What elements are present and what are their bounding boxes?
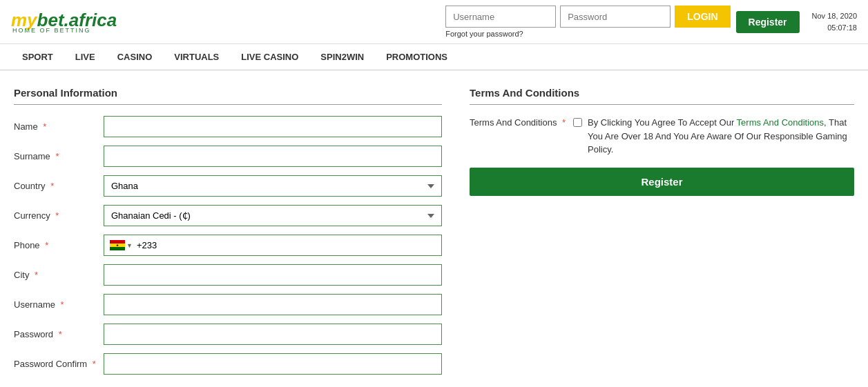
- datetime: Nov 18, 2020 05:07:18: [812, 10, 857, 33]
- password-confirm-row: Password Confirm *: [14, 353, 442, 375]
- city-input[interactable]: [104, 264, 442, 286]
- phone-flag[interactable]: ▼: [110, 240, 133, 250]
- logo: mybet.africa HOME OF BETTING: [11, 10, 117, 34]
- currency-row: Currency * Ghanaian Cedi - (₵) Nigerian …: [14, 205, 442, 226]
- nav-item-live-casino[interactable]: LIVE CASINO: [230, 45, 309, 69]
- city-required: *: [35, 270, 38, 280]
- name-label: Name *: [14, 121, 104, 132]
- country-required: *: [50, 181, 54, 191]
- currency-label: Currency *: [14, 210, 104, 221]
- name-input[interactable]: [104, 116, 442, 137]
- nav-item-virtuals[interactable]: VIRTUALS: [163, 45, 230, 69]
- date-display: Nov 18, 2020: [812, 10, 857, 22]
- header-fields: LOGIN: [445, 6, 730, 28]
- password-confirm-required: *: [93, 359, 96, 369]
- terms-divider: [470, 104, 854, 105]
- currency-select[interactable]: Ghanaian Cedi - (₵) Nigerian Naira - (₦): [104, 205, 442, 226]
- terms-section-title: Terms And Conditions: [470, 87, 854, 99]
- name-row: Name *: [14, 116, 442, 137]
- phone-flag-chevron: ▼: [126, 242, 133, 249]
- forgot-password-link[interactable]: Forgot your password?: [445, 30, 523, 38]
- username-header-input[interactable]: [445, 6, 556, 28]
- phone-row: Phone * ▼: [14, 235, 442, 256]
- surname-required: *: [55, 151, 59, 161]
- terms-text: By Clicking You Agree To Accept Our Term…: [588, 116, 854, 157]
- nav-item-spin2win[interactable]: SPIN2WIN: [309, 45, 375, 69]
- password-label: Password *: [14, 329, 104, 339]
- username-label: Username *: [14, 299, 104, 310]
- main-content: Personal Information Name * Surname * Co…: [0, 70, 868, 387]
- terms-link[interactable]: Terms And Conditions: [737, 117, 824, 128]
- surname-label: Surname *: [14, 151, 104, 161]
- phone-label: Phone *: [14, 240, 104, 250]
- terms-checkbox-area: By Clicking You Agree To Accept Our Term…: [573, 116, 854, 157]
- password-row: Password *: [14, 324, 442, 345]
- nav-item-sport[interactable]: SPORT: [11, 45, 64, 69]
- city-label: City *: [14, 270, 104, 280]
- header: mybet.africa HOME OF BETTING LOGIN Forgo…: [0, 0, 868, 44]
- personal-section-title: Personal Information: [14, 87, 442, 99]
- personal-divider: [14, 104, 442, 105]
- svg-rect-2: [110, 247, 125, 250]
- nav: SPORT LIVE CASINO VIRTUALS LIVE CASINO S…: [0, 44, 868, 70]
- country-row: Country * Ghana Nigeria Kenya: [14, 175, 442, 197]
- country-select[interactable]: Ghana Nigeria Kenya: [104, 175, 442, 197]
- username-required: *: [61, 299, 64, 310]
- password-header-input[interactable]: [560, 6, 671, 28]
- country-label: Country *: [14, 181, 104, 191]
- password-confirm-input[interactable]: [104, 353, 442, 375]
- password-required: *: [59, 329, 62, 339]
- surname-input[interactable]: [104, 146, 442, 167]
- nav-item-casino[interactable]: CASINO: [106, 45, 164, 69]
- city-row: City *: [14, 264, 442, 286]
- header-right: LOGIN Forgot your password? Register Nov…: [445, 6, 857, 38]
- terms-section: Terms And Conditions Terms And Condition…: [470, 87, 854, 383]
- phone-input[interactable]: [137, 235, 436, 255]
- name-required: *: [43, 121, 46, 132]
- currency-required: *: [55, 210, 59, 221]
- register-main-button[interactable]: Register: [470, 168, 854, 196]
- phone-wrapper: ▼: [104, 235, 442, 256]
- header-inputs: LOGIN Forgot your password?: [445, 6, 730, 38]
- svg-rect-0: [110, 240, 125, 244]
- ghana-flag-icon: [110, 240, 125, 250]
- terms-label-row: Terms And Conditions * By Clicking You A…: [470, 116, 854, 157]
- nav-item-live[interactable]: LIVE: [64, 45, 106, 69]
- login-button[interactable]: LOGIN: [675, 6, 730, 28]
- terms-checkbox[interactable]: [573, 118, 582, 127]
- personal-section: Personal Information Name * Surname * Co…: [14, 87, 442, 383]
- username-input[interactable]: [104, 294, 442, 315]
- nav-item-promotions[interactable]: PROMOTIONS: [375, 45, 459, 69]
- terms-field-label: Terms And Conditions *: [470, 116, 573, 128]
- username-row: Username *: [14, 294, 442, 315]
- surname-row: Surname *: [14, 146, 442, 167]
- phone-required: *: [45, 240, 48, 250]
- register-top-button[interactable]: Register: [736, 11, 800, 33]
- terms-required: *: [562, 117, 566, 128]
- time-display: 05:07:18: [812, 22, 857, 34]
- password-input[interactable]: [104, 324, 442, 345]
- password-confirm-label: Password Confirm *: [14, 359, 104, 369]
